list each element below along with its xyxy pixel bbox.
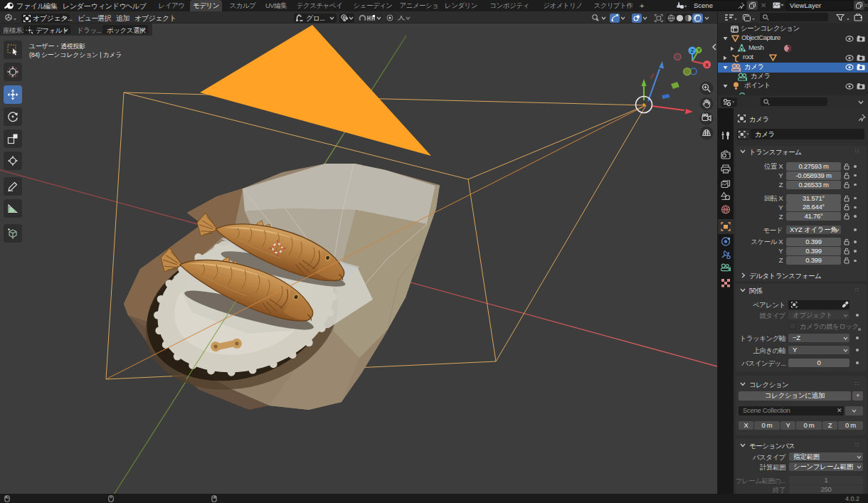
svg-text:Y: Y xyxy=(697,47,701,53)
svg-text:Z: Z xyxy=(691,48,694,54)
svg-text:X: X xyxy=(705,62,709,68)
